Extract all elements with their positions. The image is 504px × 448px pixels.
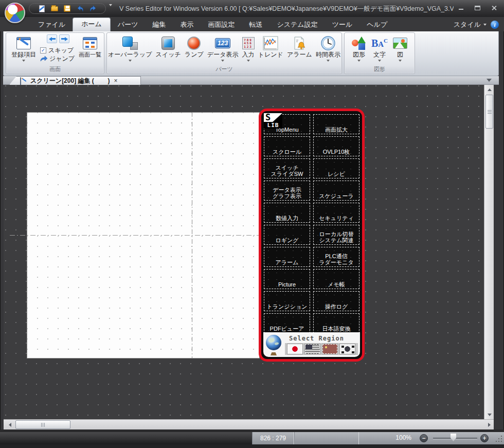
menu-parts[interactable]: パーツ [111, 18, 146, 31]
screen-edit-tab[interactable]: スクリーン[200] 編集 ( ) × [9, 76, 141, 85]
save-button[interactable] [63, 5, 71, 12]
alarm-button[interactable]: アラーム [287, 33, 312, 66]
statusbar-message-area [0, 432, 252, 444]
menu-transfer[interactable]: 転送 [242, 18, 269, 31]
resize-grip[interactable] [495, 435, 502, 442]
text-button[interactable]: BAC 文字 [371, 33, 388, 66]
lib-button-operation-log[interactable]: 操作ログ [313, 291, 359, 311]
lib-button-local-switch[interactable]: ローカル切替 システム関連 [313, 225, 359, 245]
tab-close-button[interactable]: × [114, 77, 117, 84]
chevron-down-icon [22, 60, 25, 62]
horizontal-scroll-thumb[interactable] [15, 420, 70, 429]
register-item-button[interactable]: 登録項目 [8, 33, 39, 66]
vertical-scrollbar[interactable] [484, 85, 494, 419]
data-display-button[interactable]: 123 データ表示 [207, 33, 239, 66]
zoom-slider-thumb[interactable] [451, 434, 456, 441]
lib-button-recipe[interactable]: レシピ [313, 158, 359, 178]
style-button[interactable]: スタイル [454, 20, 487, 29]
maximize-icon [475, 6, 480, 10]
scroll-right-button[interactable] [485, 421, 493, 429]
lib-button-memo-pad[interactable]: メモ帳 [313, 269, 359, 289]
lib-button-scroll[interactable]: スクロール [264, 136, 310, 156]
usa-flag-button[interactable] [305, 344, 320, 354]
lib-button-alarm[interactable]: アラーム [264, 247, 310, 267]
region-flags-bar [285, 343, 358, 355]
info-icon[interactable]: i [491, 21, 499, 29]
chevron-down-icon [483, 24, 487, 26]
qat-customize-button[interactable] [109, 6, 114, 11]
arrow-left-icon [9, 423, 11, 427]
trend-button[interactable]: トレンド [258, 33, 283, 66]
redo-button[interactable] [88, 5, 97, 12]
input-button[interactable]: 789 456 123 入力 [242, 33, 255, 66]
lib-button-japanese-conversion[interactable]: 日本語変換 [313, 313, 359, 333]
screen-library-panel[interactable]: S LIB TopMenu 画面拡大 スクロール OVLP10枚 スイッチ スラ… [259, 109, 365, 362]
skip-checkbox-row[interactable]: ✓ スキップ [40, 46, 76, 55]
redo-icon [89, 5, 97, 12]
horizontal-scrollbar[interactable] [4, 419, 494, 429]
lib-button-screen-zoom[interactable]: 画面拡大 [313, 114, 359, 134]
menu-help[interactable]: ヘルプ [359, 18, 394, 31]
china-flag-button[interactable] [322, 344, 337, 354]
app-logo-icon[interactable] [5, 3, 25, 23]
open-file-button[interactable] [50, 5, 59, 12]
lib-button-switch-slider[interactable]: スイッチ スライダSW [264, 158, 310, 178]
edit-canvas[interactable]: S LIB TopMenu 画面拡大 スクロール OVLP10枚 スイッチ スラ… [4, 85, 484, 419]
select-region-section: Select Region [263, 332, 360, 357]
shape-button[interactable]: 図形 [352, 33, 366, 66]
vertical-scroll-thumb[interactable] [485, 95, 493, 129]
menu-file[interactable]: ファイル [31, 18, 73, 31]
overlap-icon [122, 37, 138, 50]
undo-button[interactable] [76, 5, 84, 12]
lib-button-scheduler[interactable]: スケジューラ [313, 181, 359, 201]
close-button[interactable] [490, 4, 498, 11]
korea-flag-button[interactable] [340, 344, 355, 354]
lib-button-picture[interactable]: Picture [264, 269, 310, 289]
shapes-icon [352, 37, 366, 50]
menu-edit[interactable]: 編集 [145, 18, 173, 31]
scroll-left-button[interactable] [6, 421, 14, 429]
back-button[interactable] [47, 34, 57, 43]
lib-button-security[interactable]: セキュリティ [313, 203, 359, 223]
app-window: V Series Editor for Windows Version 6.00… [0, 0, 504, 448]
minimize-button[interactable] [457, 4, 465, 11]
scroll-down-button[interactable] [485, 410, 494, 419]
forward-button[interactable] [59, 34, 69, 43]
menu-system-setting[interactable]: システム設定 [269, 18, 325, 31]
lib-button-data-graph[interactable]: データ表示 グラフ表示 [264, 181, 310, 201]
new-file-icon [39, 5, 45, 12]
picture-button[interactable]: 図 [393, 33, 407, 66]
switch-button[interactable]: スイッチ [156, 33, 181, 66]
lib-button-ovlp10[interactable]: OVLP10枚 [313, 136, 359, 156]
new-file-button[interactable] [38, 5, 46, 12]
tab-list-dropdown-button[interactable] [487, 79, 492, 82]
japan-flag-button[interactable] [287, 344, 302, 354]
lib-button-pdf-viewer[interactable]: PDFビューア [264, 313, 310, 333]
skip-checkbox[interactable]: ✓ [40, 47, 46, 53]
scroll-up-button[interactable] [485, 85, 494, 94]
overlap-button[interactable]: オーバーラップ [108, 33, 152, 66]
lib-button-transition[interactable]: トランジション [264, 291, 310, 311]
jump-button[interactable]: ジャンプ [40, 55, 76, 63]
screen-list-button[interactable]: 画面一覧 [76, 33, 104, 66]
zoom-in-button[interactable]: + [480, 434, 489, 442]
undo-icon [76, 5, 84, 12]
menu-home[interactable]: ホーム [73, 17, 111, 31]
menu-screen-setting[interactable]: 画面設定 [201, 18, 242, 31]
time-display-button[interactable]: 時間表示 [316, 33, 340, 66]
group-label-screen: 画面 [7, 65, 103, 73]
close-icon [491, 5, 497, 11]
maximize-button[interactable] [473, 4, 481, 11]
lib-button-logging[interactable]: ロギング [264, 225, 310, 245]
trend-chart-icon [263, 36, 278, 50]
zoom-out-button[interactable]: − [420, 434, 428, 442]
menu-tools[interactable]: ツール [325, 18, 360, 31]
lib-button-numeric-input[interactable]: 数値入力 [264, 203, 310, 223]
statusbar-section [294, 432, 359, 444]
lamp-button[interactable]: ランプ [185, 33, 204, 66]
chevron-down-icon [357, 60, 361, 62]
library-button-grid: TopMenu 画面拡大 スクロール OVLP10枚 スイッチ スライダSW レ… [264, 114, 359, 333]
menu-view[interactable]: 表示 [173, 18, 201, 31]
lib-button-plc-ladder[interactable]: PLC通信 ラダーモニタ [313, 247, 359, 267]
style-label: スタイル [454, 20, 481, 29]
